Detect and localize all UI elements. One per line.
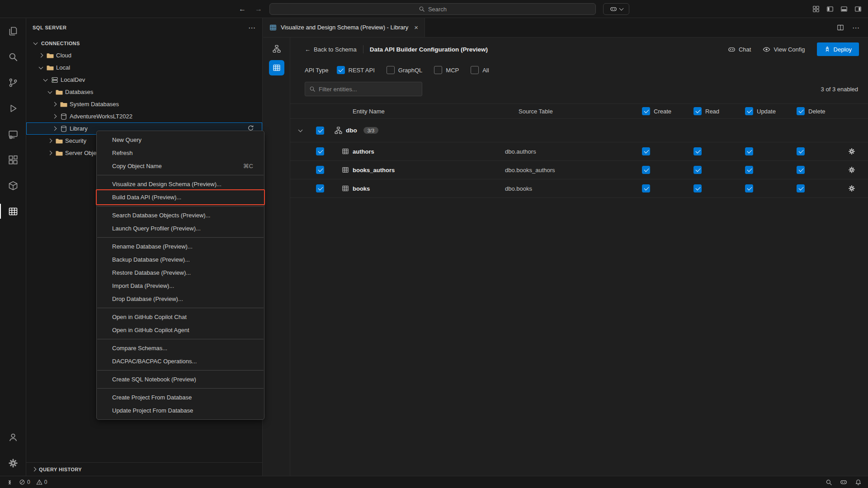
entity-checkbox[interactable]: [316, 184, 324, 192]
create-checkbox[interactable]: [642, 184, 650, 192]
chevron-down-icon[interactable]: [298, 127, 302, 132]
read-checkbox[interactable]: [693, 184, 702, 192]
filter-entities-input[interactable]: [319, 86, 418, 93]
row-settings-gear-icon[interactable]: [848, 166, 855, 174]
menu-item-create-project[interactable]: Create Project From Database: [97, 391, 264, 404]
row-settings-gear-icon[interactable]: [848, 185, 855, 192]
activity-settings[interactable]: [0, 450, 26, 476]
menu-item-drop-database[interactable]: Drop Database (Preview)...: [97, 292, 264, 305]
more-actions-icon[interactable]: ⋯: [852, 23, 860, 32]
view-config-button[interactable]: View Config: [763, 46, 805, 53]
forward-arrow-icon[interactable]: →: [255, 5, 262, 13]
read-header: Read: [693, 107, 745, 115]
menu-item-create-sql-notebook[interactable]: Create SQL Notebook (Preview): [97, 373, 264, 386]
delete-checkbox[interactable]: [797, 184, 805, 192]
delete-checkbox[interactable]: [797, 147, 805, 155]
customize-layout-icon[interactable]: [812, 5, 820, 13]
menu-item-copilot-agent[interactable]: Open in GitHub Copilot Agent: [97, 324, 264, 337]
menu-item-refresh[interactable]: Refresh: [97, 146, 264, 160]
activity-extensions[interactable]: [0, 147, 26, 173]
chevron-right-icon: [32, 467, 37, 472]
delete-checkbox[interactable]: [797, 166, 805, 174]
copilot-menu-button[interactable]: [603, 3, 629, 15]
remote-indicator-icon[interactable]: [6, 479, 13, 486]
update-checkbox[interactable]: [745, 166, 753, 174]
entity-checkbox[interactable]: [316, 147, 324, 155]
tree-item-databases[interactable]: Databases: [26, 86, 262, 98]
create-checkbox[interactable]: [642, 166, 650, 174]
copilot-icon[interactable]: [840, 479, 847, 486]
activity-database-projects[interactable]: [0, 173, 26, 198]
menu-item-search-database-objects[interactable]: Search Database Objects (Preview)...: [97, 209, 264, 222]
activity-account[interactable]: [0, 424, 26, 450]
api-type-label: API Type: [305, 67, 329, 74]
chat-button[interactable]: Chat: [728, 46, 751, 53]
menu-item-launch-query-profiler[interactable]: Launch Query Profiler (Preview)...: [97, 222, 264, 235]
rest-api-checkbox[interactable]: [337, 66, 345, 74]
menu-item-backup-database[interactable]: Backup Database (Preview)...: [97, 253, 264, 266]
menu-item-import-data[interactable]: Import Data (Preview)...: [97, 279, 264, 292]
data-api-view-button[interactable]: [269, 60, 284, 75]
menu-item-label: Build Data API (Preview)...: [112, 194, 181, 201]
problems-errors[interactable]: 0: [19, 479, 30, 485]
menu-item-build-data-api[interactable]: Build Data API (Preview)...: [97, 191, 264, 204]
update-checkbox[interactable]: [745, 147, 753, 155]
tree-item-adventureworks[interactable]: AdventureWorksLT2022: [26, 110, 262, 122]
zoom-icon[interactable]: [826, 479, 832, 486]
delete-all-checkbox[interactable]: [797, 107, 805, 115]
menu-item-compare-schemas[interactable]: Compare Schemas...: [97, 342, 264, 355]
activity-search[interactable]: [0, 44, 26, 70]
menu-item-dacpac-bacpac[interactable]: DACPAC/BACPAC Operations...: [97, 355, 264, 368]
chevron-down-icon: [47, 89, 52, 94]
rest-api-label: REST API: [349, 67, 375, 74]
tree-item-local[interactable]: Local: [26, 61, 262, 74]
activity-explorer[interactable]: [0, 18, 26, 44]
update-all-checkbox[interactable]: [745, 107, 753, 115]
tree-item-system-databases[interactable]: System Databases: [26, 98, 262, 110]
mcp-checkbox[interactable]: [434, 66, 442, 74]
update-checkbox[interactable]: [745, 184, 753, 192]
schema-view-button[interactable]: [269, 41, 284, 56]
activity-remote-explorer[interactable]: [0, 121, 26, 147]
tree-item-localdev[interactable]: LocalDev: [26, 74, 262, 86]
tree-item-connections[interactable]: CONNECTIONS: [26, 37, 262, 49]
entity-checkbox[interactable]: [316, 166, 324, 174]
api-type-all: All: [471, 66, 489, 74]
tree-item-cloud[interactable]: Cloud: [26, 49, 262, 61]
menu-item-copilot-chat[interactable]: Open in GitHub Copilot Chat: [97, 310, 264, 324]
toggle-secondary-sidebar-icon[interactable]: [854, 5, 862, 13]
create-checkbox[interactable]: [642, 147, 650, 155]
back-arrow-icon[interactable]: ←: [239, 5, 246, 13]
toggle-panel-icon[interactable]: [840, 5, 848, 13]
query-history-section[interactable]: QUERY HISTORY: [26, 462, 262, 476]
group-checkbox[interactable]: [316, 127, 324, 135]
graphql-checkbox[interactable]: [387, 66, 395, 74]
menu-item-copy-object-name[interactable]: Copy Object Name ⌘C: [97, 160, 264, 173]
command-center-search[interactable]: Search: [269, 3, 596, 15]
menu-item-restore-database[interactable]: Restore Database (Preview)...: [97, 266, 264, 279]
activity-source-control[interactable]: [0, 70, 26, 95]
activity-sql-server[interactable]: [0, 198, 26, 224]
create-all-checkbox[interactable]: [642, 107, 650, 115]
menu-item-update-project[interactable]: Update Project From Database: [97, 404, 264, 417]
row-settings-gear-icon[interactable]: [848, 148, 855, 155]
close-icon[interactable]: ×: [414, 23, 418, 31]
read-all-checkbox[interactable]: [693, 107, 702, 115]
toggle-primary-sidebar-icon[interactable]: [826, 5, 834, 13]
all-checkbox[interactable]: [471, 66, 479, 74]
read-checkbox[interactable]: [693, 166, 702, 174]
folder-icon: [60, 101, 67, 108]
problems-warnings[interactable]: 0: [36, 479, 47, 485]
menu-item-visualize-design-schema[interactable]: Visualize and Design Schema (Preview)...: [97, 178, 264, 191]
notifications-bell-icon[interactable]: [855, 479, 862, 486]
split-editor-icon[interactable]: [837, 24, 844, 31]
activity-run-debug[interactable]: [0, 95, 26, 121]
menu-item-new-query[interactable]: New Query: [97, 133, 264, 146]
menu-item-rename-database[interactable]: Rename Database (Preview)...: [97, 240, 264, 253]
more-actions-icon[interactable]: ⋯: [248, 23, 256, 32]
read-checkbox[interactable]: [693, 147, 702, 155]
tree-item-label: AdventureWorksLT2022: [70, 113, 132, 120]
deploy-button[interactable]: Deploy: [817, 42, 859, 56]
tab-visualize-design-schema[interactable]: Visualize and Design Schema (Preview) - …: [263, 18, 425, 37]
back-to-schema-link[interactable]: ← Back to Schema: [305, 46, 357, 53]
